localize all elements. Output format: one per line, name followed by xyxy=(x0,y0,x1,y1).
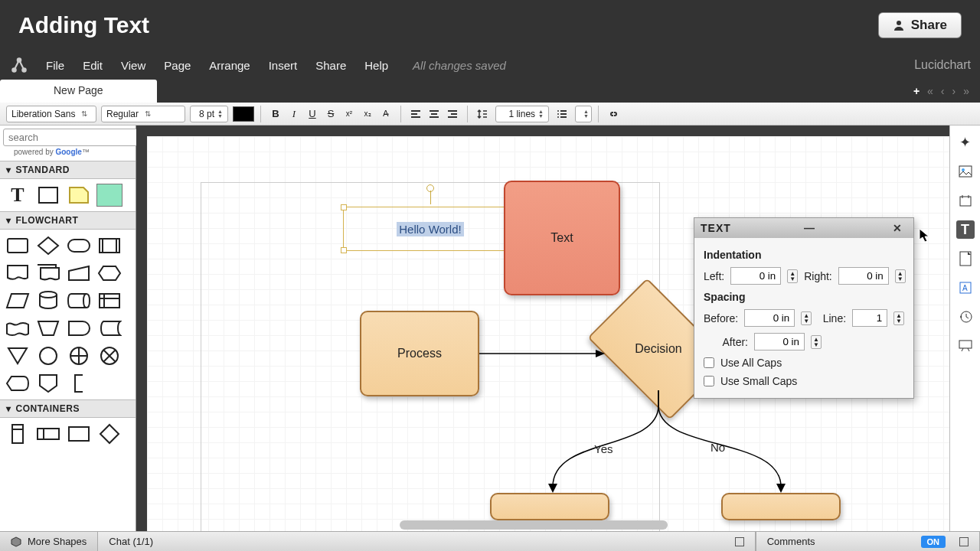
menu-view[interactable]: View xyxy=(113,56,153,75)
list-style-select[interactable]: ▲▼ xyxy=(575,106,592,122)
tab-nav-prev-icon[interactable]: ‹ xyxy=(941,85,945,97)
menu-share[interactable]: Share xyxy=(308,56,354,75)
menu-insert[interactable]: Insert xyxy=(261,56,305,75)
shape-or[interactable] xyxy=(66,344,92,367)
spacing-line-input[interactable] xyxy=(852,309,887,327)
edge-label-no[interactable]: No xyxy=(710,441,725,454)
shape-sum[interactable] xyxy=(96,344,122,367)
app-logo-icon[interactable] xyxy=(9,55,29,75)
master-page-icon[interactable] xyxy=(956,249,975,268)
stepper-icon[interactable]: ▲▼ xyxy=(893,311,904,325)
shape-database[interactable] xyxy=(35,289,61,312)
canvas[interactable]: Hello World! Text Process Decision xyxy=(136,126,949,531)
shape-delay[interactable] xyxy=(66,317,92,340)
bold-button[interactable]: B xyxy=(267,106,284,122)
list-button[interactable] xyxy=(554,106,570,122)
link-button[interactable] xyxy=(605,106,622,122)
indent-left-input[interactable] xyxy=(730,267,781,285)
shape-block[interactable] xyxy=(35,184,61,207)
line-height-input[interactable]: 1 lines▲▼ xyxy=(495,106,549,122)
smallcaps-checkbox[interactable] xyxy=(704,376,714,386)
allcaps-checkbox-row[interactable]: Use All Caps xyxy=(704,357,904,369)
shape-swimlane-h[interactable] xyxy=(35,422,61,445)
stepper-icon[interactable]: ▲▼ xyxy=(217,109,223,119)
indent-right-input[interactable] xyxy=(838,267,889,285)
tab-nav-next-icon[interactable]: › xyxy=(952,85,956,97)
expand-chat-icon[interactable] xyxy=(735,537,744,546)
shape-manual-op[interactable] xyxy=(35,317,61,340)
text-box-content[interactable]: Hello World! xyxy=(397,222,463,236)
spacing-before-input[interactable] xyxy=(744,309,795,327)
shape-manual-input[interactable] xyxy=(66,262,92,285)
panel-close-icon[interactable]: ✕ xyxy=(888,222,907,234)
theme-icon[interactable]: A xyxy=(956,279,975,297)
comments-bar[interactable]: Comments ON xyxy=(756,532,980,551)
shape-diamond-container[interactable] xyxy=(96,422,122,445)
section-standard-header[interactable]: ▾STANDARD xyxy=(0,161,136,179)
italic-button[interactable]: I xyxy=(286,106,302,122)
shape-note-left[interactable] xyxy=(66,372,92,395)
menu-edit[interactable]: Edit xyxy=(75,56,110,75)
edge-decision-no[interactable] xyxy=(652,390,949,497)
shape-hotspot[interactable] xyxy=(96,184,122,207)
stepper-icon[interactable]: ▲▼ xyxy=(895,269,906,283)
shape-terminator[interactable] xyxy=(66,234,92,257)
node-process[interactable]: Process xyxy=(360,311,479,396)
stepper-icon[interactable]: ▲▼ xyxy=(538,109,544,119)
shape-document[interactable] xyxy=(5,262,31,285)
panel-minimize-icon[interactable]: — xyxy=(799,222,820,234)
menu-arrange[interactable]: Arrange xyxy=(201,56,257,75)
text-box-selected[interactable]: Hello World! xyxy=(343,207,518,251)
line-spacing-icon[interactable] xyxy=(474,106,491,122)
resize-handle[interactable] xyxy=(341,204,347,210)
clear-format-button[interactable]: A̶ xyxy=(377,106,394,122)
allcaps-checkbox[interactable] xyxy=(704,357,714,368)
comments-toggle[interactable]: ON xyxy=(921,536,946,548)
navigator-icon[interactable]: ✦ xyxy=(956,133,975,152)
tab-nav-last-icon[interactable]: » xyxy=(963,85,969,97)
shape-predefined[interactable] xyxy=(96,234,122,257)
stepper-icon[interactable]: ▲▼ xyxy=(811,335,822,349)
edge-label-yes[interactable]: Yes xyxy=(594,442,612,455)
resize-handle[interactable] xyxy=(341,247,347,253)
share-button[interactable]: Share xyxy=(878,12,962,38)
more-shapes-button[interactable]: More Shapes xyxy=(0,532,98,551)
menu-file[interactable]: File xyxy=(38,56,72,75)
stepper-icon[interactable]: ▲▼ xyxy=(801,311,812,325)
panel-titlebar[interactable]: TEXT — ✕ xyxy=(694,218,913,238)
spacing-after-input[interactable] xyxy=(754,333,805,350)
smallcaps-checkbox-row[interactable]: Use Small Caps xyxy=(704,375,904,387)
shape-direct-data[interactable] xyxy=(66,289,92,312)
shape-stored-data[interactable] xyxy=(96,317,122,340)
document-title[interactable]: Adding Text xyxy=(18,12,149,38)
font-size-input[interactable]: 8 pt▲▼ xyxy=(190,106,228,122)
align-right-button[interactable] xyxy=(444,106,461,122)
align-left-button[interactable] xyxy=(407,106,424,122)
shape-merge[interactable] xyxy=(5,344,31,367)
shape-note[interactable] xyxy=(66,184,92,207)
image-icon[interactable] xyxy=(956,162,975,181)
strikethrough-button[interactable]: S xyxy=(322,106,339,122)
shape-paper-tape[interactable] xyxy=(5,317,31,340)
shape-text[interactable]: T xyxy=(5,184,31,207)
history-icon[interactable] xyxy=(956,308,975,326)
add-page-button[interactable]: + xyxy=(913,85,920,97)
shape-connector[interactable] xyxy=(35,344,61,367)
node-result-1[interactable] xyxy=(490,493,609,520)
text-color-swatch[interactable] xyxy=(233,106,254,122)
stepper-icon[interactable]: ▲▼ xyxy=(787,269,798,283)
menu-help[interactable]: Help xyxy=(357,56,396,75)
tab-nav-first-icon[interactable]: « xyxy=(927,85,933,97)
menu-page[interactable]: Page xyxy=(156,56,198,75)
page-settings-icon[interactable] xyxy=(956,191,975,210)
chat-bar[interactable]: Chat (1/1) xyxy=(98,532,755,551)
expand-comments-icon[interactable] xyxy=(959,537,969,546)
shape-process[interactable] xyxy=(5,234,31,257)
text-panel-icon[interactable]: T xyxy=(956,220,975,239)
font-weight-select[interactable]: Regular⇅ xyxy=(101,106,185,122)
shapes-search-input[interactable] xyxy=(3,129,153,146)
shape-swimlane-v[interactable] xyxy=(5,422,31,445)
shape-preparation[interactable] xyxy=(96,262,122,285)
subscript-ript-button[interactable]: x₂ xyxy=(359,106,376,122)
section-containers-header[interactable]: ▾CONTAINERS xyxy=(0,399,136,418)
